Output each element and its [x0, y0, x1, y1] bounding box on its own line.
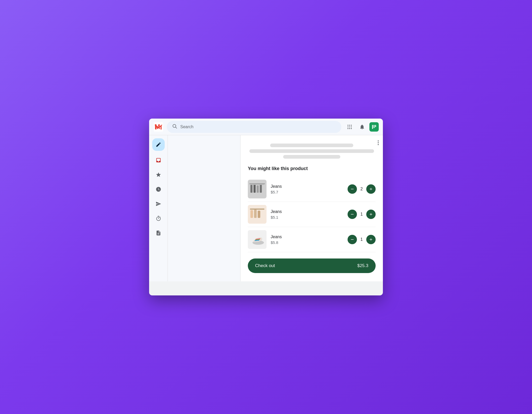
- product-info-3: Jeans $5.8: [267, 235, 348, 245]
- quantity-control-1: 2: [348, 184, 376, 194]
- svg-rect-24: [351, 189, 354, 189]
- sidebar-item-snoozed[interactable]: [152, 183, 165, 196]
- svg-rect-23: [249, 183, 265, 184]
- increase-btn-2[interactable]: [366, 210, 376, 219]
- svg-rect-15: [374, 125, 374, 128]
- search-input-label: Search: [180, 125, 194, 129]
- svg-rect-16: [375, 125, 376, 127]
- svg-rect-30: [351, 214, 354, 214]
- svg-line-4: [176, 127, 177, 128]
- svg-point-5: [348, 125, 349, 126]
- product-price-2: $5.1: [271, 215, 343, 219]
- svg-point-12: [349, 128, 350, 129]
- svg-rect-27: [254, 210, 257, 218]
- checkout-label: Check out: [255, 263, 275, 268]
- product-info-2: Jeans $5.1: [267, 209, 348, 219]
- checkout-total: $25.3: [357, 263, 368, 268]
- svg-rect-26: [250, 210, 253, 218]
- gmail-body: You might like this product: [149, 135, 383, 281]
- sidebar-item-starred[interactable]: [152, 169, 165, 181]
- product-name-1: Jeans: [271, 184, 343, 189]
- svg-rect-18: [250, 185, 252, 193]
- apps-button[interactable]: [344, 122, 355, 132]
- increase-btn-1[interactable]: [366, 184, 376, 194]
- product-item-3: Jeans $5.8 1: [248, 227, 376, 252]
- product-price-3: $5.8: [271, 240, 343, 245]
- product-info-1: Jeans $5.7: [267, 184, 348, 194]
- quantity-display-2: 1: [360, 212, 363, 217]
- svg-text:M: M: [155, 123, 160, 131]
- sidebar-item-scheduled[interactable]: [152, 212, 165, 225]
- product-price-1: $5.7: [271, 190, 343, 194]
- quantity-control-2: 1: [348, 210, 376, 219]
- search-icon: [172, 124, 177, 130]
- skeleton-bar-3: [283, 155, 340, 159]
- app-switcher-icon[interactable]: [369, 122, 379, 132]
- decrease-btn-2[interactable]: [348, 210, 357, 219]
- svg-point-8: [348, 126, 349, 127]
- svg-rect-36: [351, 239, 354, 240]
- topbar-icons: [344, 122, 379, 132]
- gmail-topbar: M Search: [149, 119, 383, 135]
- dot-3: [378, 144, 379, 145]
- svg-rect-20: [257, 185, 259, 193]
- skeleton-bar-2: [249, 149, 374, 153]
- dot-2: [378, 142, 379, 143]
- gmail-sidebar: [149, 135, 168, 281]
- dot-1: [378, 140, 379, 141]
- quantity-control-3: 1: [348, 235, 376, 244]
- search-bar[interactable]: Search: [167, 121, 341, 133]
- sidebar-item-inbox[interactable]: [152, 154, 165, 166]
- product-image-3: [248, 230, 267, 249]
- decrease-btn-1[interactable]: [348, 184, 357, 194]
- product-name-3: Jeans: [271, 235, 343, 239]
- product-item-2: Jeans $5.1 1: [248, 202, 376, 227]
- more-options-button[interactable]: [377, 138, 380, 147]
- product-image-1: [248, 180, 267, 198]
- decrease-btn-3[interactable]: [348, 235, 357, 244]
- svg-point-7: [351, 125, 352, 126]
- svg-point-13: [351, 128, 352, 129]
- email-detail-pane: You might like this product: [241, 135, 383, 281]
- product-item-1: Jeans $5.7 2: [248, 177, 376, 202]
- svg-rect-19: [254, 184, 256, 193]
- quantity-display-1: 2: [360, 187, 363, 191]
- product-image-2: [248, 205, 267, 224]
- sidebar-item-drafts[interactable]: [152, 227, 165, 239]
- svg-point-6: [349, 125, 350, 126]
- gmail-logo: M: [153, 122, 164, 132]
- compose-button[interactable]: [152, 138, 165, 151]
- svg-rect-21: [260, 185, 262, 193]
- sidebar-item-sent[interactable]: [152, 198, 165, 210]
- skeleton-bar-1: [270, 144, 353, 147]
- checkout-button[interactable]: Check out $25.3: [248, 258, 376, 273]
- svg-point-11: [348, 128, 349, 129]
- svg-rect-29: [250, 209, 264, 210]
- quantity-display-3: 1: [360, 237, 363, 242]
- svg-point-9: [349, 126, 350, 127]
- product-name-2: Jeans: [271, 209, 343, 214]
- browser-window: M Search: [149, 119, 383, 295]
- email-list-pane: [168, 135, 241, 281]
- skeleton-header: [248, 144, 376, 159]
- increase-btn-3[interactable]: [366, 235, 376, 244]
- section-title: You might like this product: [248, 166, 376, 171]
- svg-rect-14: [372, 125, 373, 129]
- svg-rect-28: [258, 211, 260, 218]
- notifications-button[interactable]: [357, 122, 367, 132]
- svg-point-10: [351, 126, 352, 127]
